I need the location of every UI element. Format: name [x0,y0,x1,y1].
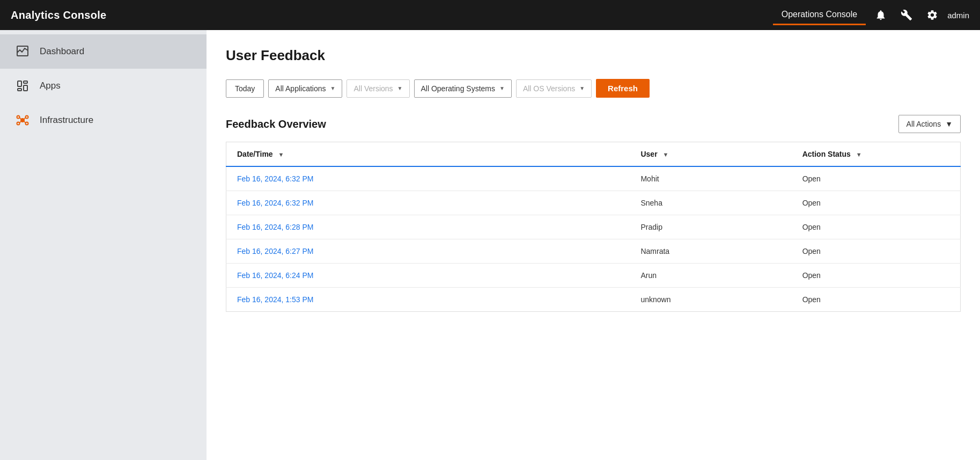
table-row: Feb 16, 2024, 6:27 PM Namrata Open [226,239,961,264]
admin-user-menu[interactable]: admin [947,11,969,20]
sidebar: Dashboard Apps [0,30,207,460]
layout: Dashboard Apps [0,30,980,460]
sort-icon: ▼ [662,151,668,158]
sort-icon: ▼ [856,151,862,158]
cell-status: Open [792,166,961,191]
page-title: User Feedback [226,47,961,64]
col-header-status[interactable]: Action Status ▼ [792,142,961,167]
ops-console-button[interactable]: Operations Console [773,5,866,25]
svg-line-12 [20,121,21,123]
cell-user: Mohit [630,166,791,191]
cell-datetime: Feb 16, 2024, 1:53 PM [226,288,630,312]
sort-icon: ▼ [278,151,284,158]
svg-rect-4 [24,85,27,91]
tools-icon[interactable] [896,4,917,26]
datetime-link[interactable]: Feb 16, 2024, 6:32 PM [237,174,313,183]
section-title: Feedback Overview [226,118,326,130]
table-row: Feb 16, 2024, 6:24 PM Arun Open [226,264,961,288]
col-header-datetime[interactable]: Date/Time ▼ [226,142,630,167]
dashboard-icon [15,44,30,59]
table-row: Feb 16, 2024, 6:28 PM Pradip Open [226,215,961,239]
table-header: Date/Time ▼ User ▼ Action Status ▼ [226,142,961,167]
cell-status: Open [792,288,961,312]
infrastructure-icon [15,113,30,128]
svg-rect-2 [18,89,21,91]
all-versions-dropdown[interactable]: All Versions ▼ [347,79,409,98]
datetime-link[interactable]: Feb 16, 2024, 6:32 PM [237,199,313,207]
svg-line-10 [20,118,21,120]
datetime-link[interactable]: Feb 16, 2024, 6:27 PM [237,247,313,255]
all-actions-dropdown[interactable]: All Actions ▼ [898,115,961,133]
table-row: Feb 16, 2024, 1:53 PM unknown Open [226,288,961,312]
cell-user: Sneha [630,191,791,215]
filter-bar: Today All Applications ▼ All Versions ▼ … [226,79,961,98]
sidebar-item-infrastructure[interactable]: Infrastructure [0,103,207,137]
dashboard-label: Dashboard [40,46,84,57]
cell-user: Pradip [630,215,791,239]
col-header-user[interactable]: User ▼ [630,142,791,167]
cell-status: Open [792,239,961,264]
all-os-versions-dropdown[interactable]: All OS Versions ▼ [516,79,592,98]
all-applications-dropdown[interactable]: All Applications ▼ [268,79,342,98]
svg-point-6 [17,116,20,119]
cell-status: Open [792,215,961,239]
apps-icon [15,78,30,93]
section-header: Feedback Overview All Actions ▼ [226,115,961,133]
cell-user: Arun [630,264,791,288]
chevron-down-icon: ▼ [499,85,505,91]
svg-rect-1 [18,81,21,86]
feedback-table: Date/Time ▼ User ▼ Action Status ▼ Feb 1 [226,142,961,312]
svg-line-13 [24,121,26,123]
svg-rect-3 [24,81,27,83]
chevron-down-icon: ▼ [330,85,336,91]
svg-point-7 [26,116,28,119]
svg-line-11 [24,118,26,120]
cell-status: Open [792,264,961,288]
apps-label: Apps [40,81,61,91]
svg-point-8 [17,122,20,125]
topnav-right-section: Operations Console admin [773,4,969,26]
svg-point-9 [26,122,28,125]
main-content: User Feedback Today All Applications ▼ A… [207,30,980,460]
table-body: Feb 16, 2024, 6:32 PM Mohit Open Feb 16,… [226,166,961,312]
table-row: Feb 16, 2024, 6:32 PM Sneha Open [226,191,961,215]
app-title: Analytics Console [11,9,106,21]
refresh-button[interactable]: Refresh [596,79,650,98]
all-os-dropdown[interactable]: All Operating Systems ▼ [414,79,512,98]
settings-icon[interactable] [922,4,943,26]
cell-datetime: Feb 16, 2024, 6:32 PM [226,191,630,215]
notifications-icon[interactable] [870,4,891,26]
chevron-down-icon: ▼ [945,120,953,128]
cell-datetime: Feb 16, 2024, 6:32 PM [226,166,630,191]
infrastructure-label: Infrastructure [40,115,93,126]
chevron-down-icon: ▼ [397,85,403,91]
cell-datetime: Feb 16, 2024, 6:27 PM [226,239,630,264]
sidebar-item-apps[interactable]: Apps [0,69,207,103]
sidebar-item-dashboard[interactable]: Dashboard [0,34,207,69]
cell-datetime: Feb 16, 2024, 6:24 PM [226,264,630,288]
admin-label: admin [947,11,969,20]
cell-datetime: Feb 16, 2024, 6:28 PM [226,215,630,239]
today-filter-button[interactable]: Today [226,79,264,98]
top-navigation: Analytics Console Operations Console adm… [0,0,980,30]
cell-user: Namrata [630,239,791,264]
cell-user: unknown [630,288,791,312]
chevron-down-icon: ▼ [579,85,585,91]
datetime-link[interactable]: Feb 16, 2024, 1:53 PM [237,295,313,304]
datetime-link[interactable]: Feb 16, 2024, 6:28 PM [237,223,313,231]
table-row: Feb 16, 2024, 6:32 PM Mohit Open [226,166,961,191]
cell-status: Open [792,191,961,215]
datetime-link[interactable]: Feb 16, 2024, 6:24 PM [237,271,313,280]
